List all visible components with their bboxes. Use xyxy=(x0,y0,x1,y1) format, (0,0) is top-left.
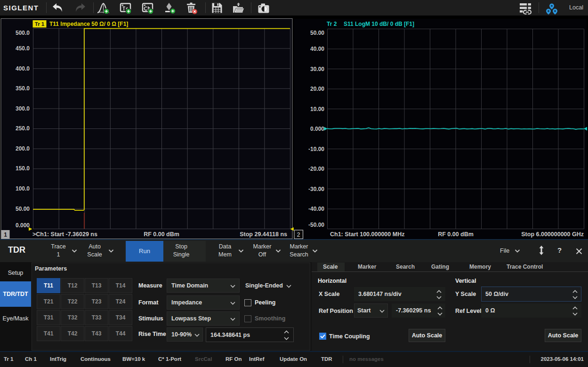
svg-text:200.0: 200.0 xyxy=(16,145,30,152)
svg-text:RF 0.00 dBm: RF 0.00 dBm xyxy=(144,231,179,238)
svg-text:10.00: 10.00 xyxy=(310,106,324,112)
svg-text:30.00: 30.00 xyxy=(310,66,324,72)
svg-text:20.00: 20.00 xyxy=(310,86,324,92)
svg-text:Tr 2: Tr 2 xyxy=(327,21,337,27)
svg-text:T11 Impedance 50 Ω/ 0 Ω [F1: T11 Impedance 50 Ω/ 0 Ω [F1] xyxy=(49,21,128,27)
svg-text:500.0: 500.0 xyxy=(16,30,30,36)
svg-text:1: 1 xyxy=(4,231,7,238)
svg-text:450.0: 450.0 xyxy=(16,45,30,52)
svg-text:100.0: 100.0 xyxy=(16,185,30,192)
svg-text:Ch1: Start 100.000000 MHz: Ch1: Start 100.000000 MHz xyxy=(330,231,404,238)
svg-text:RF 0.00 dBm: RF 0.00 dBm xyxy=(438,231,474,238)
svg-text:2: 2 xyxy=(297,231,300,238)
svg-text:0.000: 0.000 xyxy=(310,126,324,132)
svg-text:>Ch1: Start -7.36029 ns: >Ch1: Start -7.36029 ns xyxy=(32,231,97,238)
svg-text:Tr 1: Tr 1 xyxy=(35,21,45,27)
svg-text:350.0: 350.0 xyxy=(16,85,30,92)
svg-text:S11 LogM 10 dB/ 0 dB [F1]: S11 LogM 10 dB/ 0 dB [F1] xyxy=(344,21,414,27)
svg-text:150.0: 150.0 xyxy=(16,165,30,172)
svg-text:50.00: 50.00 xyxy=(310,30,324,36)
svg-text:-30.00: -30.00 xyxy=(308,186,324,192)
svg-text:-20.00: -20.00 xyxy=(308,166,324,172)
svg-text:Stop 29.44118 ns: Stop 29.44118 ns xyxy=(240,231,287,238)
svg-text:-10.00: -10.00 xyxy=(308,146,324,152)
svg-text:Stop 6.000000000 GHz: Stop 6.000000000 GHz xyxy=(521,231,584,238)
svg-text:300.0: 300.0 xyxy=(16,105,30,112)
svg-text:-50.00: -50.00 xyxy=(308,222,324,228)
svg-text:0.000: 0.000 xyxy=(16,222,30,229)
svg-text:50.00: 50.00 xyxy=(16,206,30,212)
svg-text:40.00: 40.00 xyxy=(310,46,324,52)
svg-text:-40.00: -40.00 xyxy=(308,206,324,212)
svg-text:400.0: 400.0 xyxy=(16,65,30,72)
svg-text:250.0: 250.0 xyxy=(16,125,30,132)
